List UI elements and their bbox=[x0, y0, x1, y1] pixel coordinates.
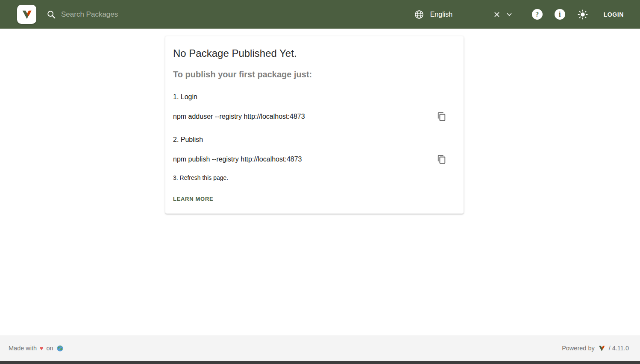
verdaccio-logo-icon bbox=[21, 8, 33, 21]
publish-command-row: npm publish --registry http://localhost:… bbox=[173, 154, 447, 165]
card-title: No Package Published Yet. bbox=[173, 47, 447, 59]
search-icon bbox=[47, 10, 56, 19]
search-input[interactable] bbox=[61, 10, 311, 19]
no-package-card: No Package Published Yet. To publish you… bbox=[165, 36, 464, 214]
heart-icon: ♥ bbox=[40, 345, 43, 352]
login-button[interactable]: LOGIN bbox=[599, 7, 629, 22]
brightness-icon bbox=[577, 9, 588, 20]
app-footer: Made with ♥ on Powered by / 4.11.0 bbox=[0, 335, 640, 361]
copy-icon bbox=[437, 155, 446, 164]
version-text: / 4.11.0 bbox=[609, 345, 629, 352]
footer-made-with: Made with ♥ on bbox=[9, 345, 64, 352]
info-icon: i bbox=[555, 9, 565, 20]
bottom-edge bbox=[0, 361, 640, 364]
app-header: English ? i bbox=[0, 0, 640, 29]
adduser-command-text: npm adduser --registry http://localhost:… bbox=[173, 113, 305, 120]
earth-icon bbox=[56, 345, 64, 352]
on-text: on bbox=[46, 345, 53, 352]
footer-powered-by: Powered by / 4.11.0 bbox=[562, 344, 629, 352]
clear-language-icon[interactable] bbox=[493, 11, 500, 18]
language-label: English bbox=[430, 11, 452, 18]
language-selector[interactable]: English bbox=[414, 9, 513, 20]
learn-more-link[interactable]: LEARN MORE bbox=[173, 196, 213, 202]
help-button[interactable]: ? bbox=[529, 6, 545, 22]
adduser-command-row: npm adduser --registry http://localhost:… bbox=[173, 111, 447, 122]
copy-publish-command-button[interactable] bbox=[436, 154, 447, 165]
globe-icon bbox=[414, 9, 424, 20]
verdaccio-mini-logo-icon bbox=[598, 344, 606, 352]
step-login-label: 1. Login bbox=[173, 93, 447, 101]
copy-icon bbox=[437, 112, 446, 121]
copy-adduser-command-button[interactable] bbox=[436, 111, 447, 122]
card-subtitle: To publish your first package just: bbox=[173, 70, 447, 79]
info-button[interactable]: i bbox=[552, 6, 568, 22]
help-icon: ? bbox=[532, 9, 543, 20]
made-with-text: Made with bbox=[9, 345, 37, 352]
step-refresh-label: 3. Refresh this page. bbox=[173, 174, 447, 181]
step-publish-label: 2. Publish bbox=[173, 136, 447, 144]
main-content: No Package Published Yet. To publish you… bbox=[0, 29, 640, 335]
verdaccio-logo[interactable] bbox=[17, 5, 36, 24]
publish-command-text: npm publish --registry http://localhost:… bbox=[173, 156, 302, 163]
theme-toggle-button[interactable] bbox=[575, 6, 591, 23]
powered-by-text: Powered by bbox=[562, 345, 595, 352]
search-bar bbox=[47, 10, 311, 19]
chevron-down-icon[interactable] bbox=[505, 11, 513, 18]
